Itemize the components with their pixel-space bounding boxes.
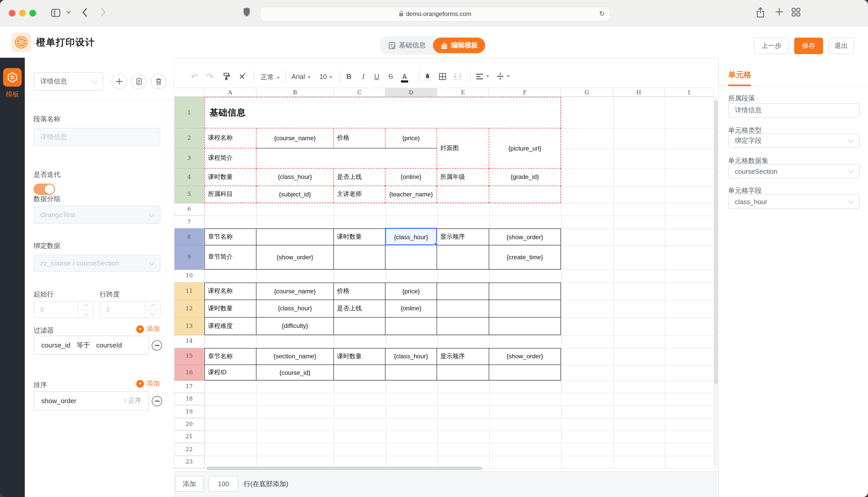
- format-painter-icon[interactable]: [222, 70, 230, 83]
- rail-item-template[interactable]: [3, 68, 22, 87]
- col-header-C[interactable]: C: [334, 88, 385, 97]
- cell-B5[interactable]: {subject_id}: [257, 186, 334, 203]
- vertical-scrollbar[interactable]: [714, 101, 718, 384]
- col-header-H[interactable]: H: [613, 88, 665, 97]
- cell-dataset-select[interactable]: courseSection: [728, 164, 860, 179]
- horizontal-align-button[interactable]: [476, 70, 489, 83]
- cell-F2[interactable]: {picture_url}: [489, 128, 561, 169]
- row-header-23[interactable]: 23: [175, 456, 204, 468]
- sidebar-chevron-icon[interactable]: [66, 10, 71, 14]
- row-header-14[interactable]: 14: [175, 335, 204, 348]
- cell-B13[interactable]: {difficulty}: [257, 317, 334, 335]
- row-header-20[interactable]: 20: [175, 418, 204, 430]
- undo-icon[interactable]: ↶: [191, 70, 198, 83]
- col-header-B[interactable]: B: [257, 88, 334, 97]
- cell-E5[interactable]: [437, 186, 489, 203]
- cell-D13[interactable]: [385, 317, 437, 335]
- cell-D11[interactable]: {price}: [385, 283, 437, 300]
- row-header-8[interactable]: 8: [175, 228, 204, 245]
- redo-icon[interactable]: ↷: [206, 70, 213, 83]
- col-header-D[interactable]: D: [385, 88, 437, 97]
- row-header-3[interactable]: 3: [175, 148, 204, 169]
- cell-F8[interactable]: {show_order}: [489, 228, 561, 245]
- remove-sort-button[interactable]: [152, 396, 162, 406]
- cell-B9[interactable]: {show_order}: [257, 245, 334, 269]
- cell-B8[interactable]: [257, 228, 334, 245]
- row-header-18[interactable]: 18: [175, 393, 204, 405]
- minimize-window-button[interactable]: [19, 10, 26, 16]
- cell-section-input[interactable]: 详情信息: [728, 103, 860, 117]
- row-header-10[interactable]: 10: [175, 269, 204, 283]
- tab-basic-info[interactable]: 基础信息: [381, 38, 433, 53]
- row-header-11[interactable]: 11: [175, 283, 204, 300]
- row-header-22[interactable]: 22: [175, 443, 204, 456]
- cell-E4[interactable]: 所属年级: [437, 169, 489, 186]
- cell-E9[interactable]: [437, 245, 489, 269]
- row-header-4[interactable]: 4: [175, 169, 204, 186]
- save-button[interactable]: 保存: [794, 38, 823, 54]
- cell-A3[interactable]: 课程简介: [204, 148, 257, 169]
- stepper-arrows[interactable]: [145, 302, 160, 317]
- cell-B15[interactable]: {section_name}: [257, 348, 334, 365]
- cell-E8[interactable]: 显示顺序: [437, 228, 489, 245]
- strikethrough-button[interactable]: S: [387, 70, 395, 83]
- add-section-button[interactable]: [111, 74, 127, 89]
- cell-E11[interactable]: [437, 283, 489, 300]
- zoom-window-button[interactable]: [29, 10, 36, 16]
- copy-section-button[interactable]: [131, 74, 147, 89]
- cell-B4[interactable]: {class_hour}: [257, 169, 334, 186]
- cell-A15[interactable]: 章节名称: [204, 348, 257, 365]
- prev-step-button[interactable]: 上一步: [754, 38, 789, 54]
- filter-item[interactable]: course_id 等于 courseId: [33, 336, 149, 355]
- row-header-5[interactable]: 5: [175, 186, 204, 203]
- refresh-icon[interactable]: ↻: [599, 10, 605, 17]
- col-header-A[interactable]: A: [204, 88, 257, 97]
- cell-F4[interactable]: {grade_id}: [489, 169, 561, 186]
- cell-B2[interactable]: {course_name}: [257, 128, 334, 148]
- shield-icon[interactable]: [243, 7, 251, 18]
- section-select[interactable]: 详情信息: [33, 72, 103, 91]
- tab-edit-template[interactable]: 编辑模板: [433, 38, 485, 53]
- data-group-select[interactable]: OrangeTest: [33, 206, 161, 224]
- cell-A1[interactable]: 基础信息: [204, 97, 561, 128]
- underline-button[interactable]: U: [373, 70, 381, 83]
- cell-A8[interactable]: 章节名称: [204, 228, 257, 245]
- cell-F15[interactable]: {show_order}: [489, 348, 561, 365]
- italic-button[interactable]: I: [359, 70, 368, 83]
- cell-D4[interactable]: {online}: [385, 169, 437, 186]
- sidebar-toggle-icon[interactable]: [50, 7, 61, 18]
- exit-button[interactable]: 退出: [828, 38, 854, 54]
- cell-C13[interactable]: [334, 317, 385, 335]
- cell-C5[interactable]: 主讲老师: [334, 186, 385, 203]
- cell-A4[interactable]: 课时数量: [204, 169, 257, 186]
- font-dropdown[interactable]: Arial: [292, 73, 311, 81]
- font-size-dropdown[interactable]: 10: [319, 73, 333, 81]
- col-header-E[interactable]: E: [437, 88, 489, 97]
- row-header-17[interactable]: 17: [175, 381, 204, 393]
- cell-E15[interactable]: 显示顺序: [437, 348, 489, 365]
- horizontal-scrollbar[interactable]: [206, 467, 483, 470]
- row-header-1[interactable]: 1: [175, 97, 204, 128]
- tab-overview-icon[interactable]: [791, 7, 801, 17]
- cell-A9[interactable]: 章节简介: [204, 245, 257, 269]
- cell-D16[interactable]: [385, 365, 437, 381]
- new-tab-icon[interactable]: [775, 7, 784, 16]
- cell-C15[interactable]: 课时数量: [334, 348, 385, 365]
- cell-C8[interactable]: 课时数量: [334, 228, 385, 245]
- cell-F11[interactable]: [489, 283, 561, 300]
- start-row-stepper[interactable]: 8: [33, 301, 93, 318]
- cell-F5[interactable]: [489, 186, 561, 203]
- cell-D2[interactable]: {price}: [385, 128, 437, 148]
- row-header-19[interactable]: 19: [175, 405, 204, 418]
- col-header-I[interactable]: I: [665, 88, 714, 97]
- cell-A16[interactable]: 课程ID: [204, 365, 257, 381]
- cell-F13[interactable]: [489, 317, 561, 335]
- sort-item[interactable]: show_order ↑ 正序: [33, 391, 149, 410]
- address-bar[interactable]: demo.orangeforms.com ↻: [260, 7, 610, 22]
- cell-B3[interactable]: [257, 148, 437, 169]
- bold-button[interactable]: B: [345, 70, 353, 83]
- row-span-stepper[interactable]: 2: [100, 301, 161, 318]
- cell-B11[interactable]: {course_name}: [257, 283, 334, 300]
- cell-D15[interactable]: {class_hour}: [385, 348, 437, 365]
- forward-button[interactable]: [100, 7, 106, 17]
